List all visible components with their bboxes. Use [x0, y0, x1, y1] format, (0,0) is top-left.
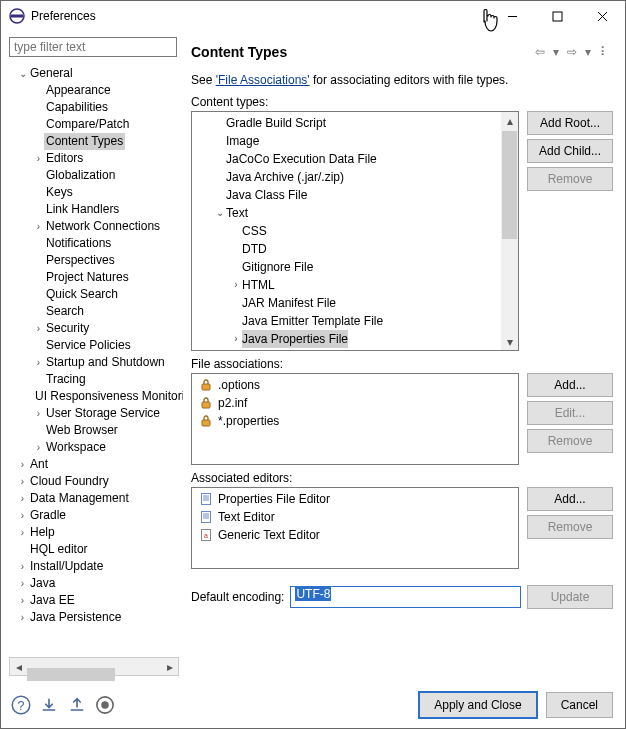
tree-item[interactable]: ›User Storage Service [9, 405, 183, 422]
tree-item[interactable]: Service Policies [9, 337, 183, 354]
scroll-left-icon[interactable]: ◂ [10, 659, 27, 674]
tree-item[interactable]: ›Workspace [9, 439, 183, 456]
content-type-item[interactable]: JavaScript Source File [194, 348, 516, 351]
expand-icon[interactable]: › [17, 456, 28, 473]
expand-icon[interactable]: › [17, 507, 28, 524]
content-type-item[interactable]: CSS [194, 222, 516, 240]
tree-item[interactable]: ›Install/Update [9, 558, 183, 575]
expand-icon[interactable]: › [17, 473, 28, 490]
file-assoc-item[interactable]: p2.inf [194, 394, 516, 412]
content-type-item[interactable]: Java Class File [194, 186, 516, 204]
scroll-right-icon[interactable]: ▸ [161, 659, 178, 674]
help-button[interactable]: ? [11, 695, 31, 715]
tree-item[interactable]: UI Responsiveness Monitoring [9, 388, 183, 405]
hscroll-thumb[interactable] [27, 668, 115, 681]
tree-item[interactable]: Link Handlers [9, 201, 183, 218]
tree-item[interactable]: Compare/Patch [9, 116, 183, 133]
ed-add-button[interactable]: Add... [527, 487, 613, 511]
expand-icon[interactable]: › [33, 320, 44, 337]
tree-item[interactable]: ⌄General [9, 65, 183, 82]
tree-item[interactable]: Perspectives [9, 252, 183, 269]
expand-icon[interactable]: › [17, 490, 28, 507]
encoding-input[interactable]: UTF-8 [290, 586, 521, 608]
tree-item[interactable]: Search [9, 303, 183, 320]
scroll-up-icon[interactable]: ▴ [501, 112, 518, 129]
content-types-vscroll[interactable]: ▴ ▾ [501, 112, 518, 350]
tree-item[interactable]: ›Java Persistence [9, 609, 183, 626]
content-type-item[interactable]: ⌄Text [194, 204, 516, 222]
expand-icon[interactable]: › [17, 558, 28, 575]
tree-item[interactable]: ›Help [9, 524, 183, 541]
fa-add-button[interactable]: Add... [527, 373, 613, 397]
scroll-down-icon[interactable]: ▾ [501, 333, 518, 350]
expand-icon[interactable]: ⌄ [17, 65, 28, 82]
content-type-item[interactable]: Java Emitter Template File [194, 312, 516, 330]
tree-item[interactable]: Capabilities [9, 99, 183, 116]
add-root-button[interactable]: Add Root... [527, 111, 613, 135]
expand-icon[interactable]: › [17, 575, 28, 592]
add-child-button[interactable]: Add Child... [527, 139, 613, 163]
tree-item[interactable]: ›Ant [9, 456, 183, 473]
file-assoc-list[interactable]: .optionsp2.inf*.properties [191, 373, 519, 465]
tree-item[interactable]: Project Natures [9, 269, 183, 286]
file-assoc-item[interactable]: .options [194, 376, 516, 394]
tree-item[interactable]: ›Editors [9, 150, 183, 167]
preferences-tree[interactable]: ⌄GeneralAppearanceCapabilitiesCompare/Pa… [9, 65, 183, 626]
content-type-item[interactable]: Gradle Build Script [194, 114, 516, 132]
tree-item[interactable]: ›Startup and Shutdown [9, 354, 183, 371]
tree-item[interactable]: ›Security [9, 320, 183, 337]
editors-list[interactable]: Properties File EditorText EditoraGeneri… [191, 487, 519, 569]
expand-icon[interactable]: › [33, 405, 44, 422]
export-button[interactable] [67, 695, 87, 715]
tree-item[interactable]: ›Java [9, 575, 183, 592]
import-button[interactable] [39, 695, 59, 715]
tree-item[interactable]: HQL editor [9, 541, 183, 558]
content-type-item[interactable]: DTD [194, 240, 516, 258]
content-type-item[interactable]: ›Java Properties File [194, 330, 516, 348]
expand-icon[interactable]: › [33, 439, 44, 456]
oomph-button[interactable] [95, 695, 115, 715]
tree-hscroll[interactable]: ◂ ▸ [9, 657, 179, 676]
expand-icon[interactable]: › [230, 276, 242, 294]
expand-icon[interactable]: › [33, 218, 44, 235]
content-type-item[interactable]: Image [194, 132, 516, 150]
tree-item[interactable]: ›Cloud Foundry [9, 473, 183, 490]
content-type-item[interactable]: ›HTML [194, 276, 516, 294]
tree-item[interactable]: Content Types [9, 133, 183, 150]
content-type-item[interactable]: JAR Manifest File [194, 294, 516, 312]
filter-input[interactable] [9, 37, 177, 57]
expand-icon[interactable]: › [33, 150, 44, 167]
back-menu-icon[interactable]: ▾ [551, 43, 561, 61]
vscroll-thumb[interactable] [502, 131, 517, 239]
tree-item[interactable]: ›Gradle [9, 507, 183, 524]
expand-icon[interactable]: › [17, 524, 28, 541]
tree-item[interactable]: Quick Search [9, 286, 183, 303]
apply-close-button[interactable]: Apply and Close [418, 691, 537, 719]
content-type-item[interactable]: Gitignore File [194, 258, 516, 276]
tree-item[interactable]: Keys [9, 184, 183, 201]
content-types-list[interactable]: Gradle Build ScriptImageJaCoCo Execution… [191, 111, 519, 351]
maximize-button[interactable] [535, 1, 580, 31]
editor-item[interactable]: aGeneric Text Editor [194, 526, 516, 544]
expand-icon[interactable]: › [230, 330, 242, 348]
forward-button[interactable]: ⇨ [563, 43, 581, 61]
cancel-button[interactable]: Cancel [546, 692, 613, 718]
tree-item[interactable]: Tracing [9, 371, 183, 388]
tree-item[interactable]: Notifications [9, 235, 183, 252]
tree-item[interactable]: ›Java EE [9, 592, 183, 609]
back-button[interactable]: ⇦ [531, 43, 549, 61]
close-button[interactable] [580, 1, 625, 31]
editor-item[interactable]: Text Editor [194, 508, 516, 526]
expand-icon[interactable]: › [17, 592, 28, 609]
tree-item[interactable]: ›Network Connections [9, 218, 183, 235]
expand-icon[interactable]: ⌄ [214, 204, 226, 222]
tree-item[interactable]: ›Data Management [9, 490, 183, 507]
file-assoc-item[interactable]: *.properties [194, 412, 516, 430]
tree-item[interactable]: Appearance [9, 82, 183, 99]
expand-icon[interactable]: › [33, 354, 44, 371]
expand-icon[interactable]: › [17, 609, 28, 626]
file-associations-link[interactable]: 'File Associations' [216, 73, 310, 87]
minimize-button[interactable] [490, 1, 535, 31]
editor-item[interactable]: Properties File Editor [194, 490, 516, 508]
forward-menu-icon[interactable]: ▾ [583, 43, 593, 61]
